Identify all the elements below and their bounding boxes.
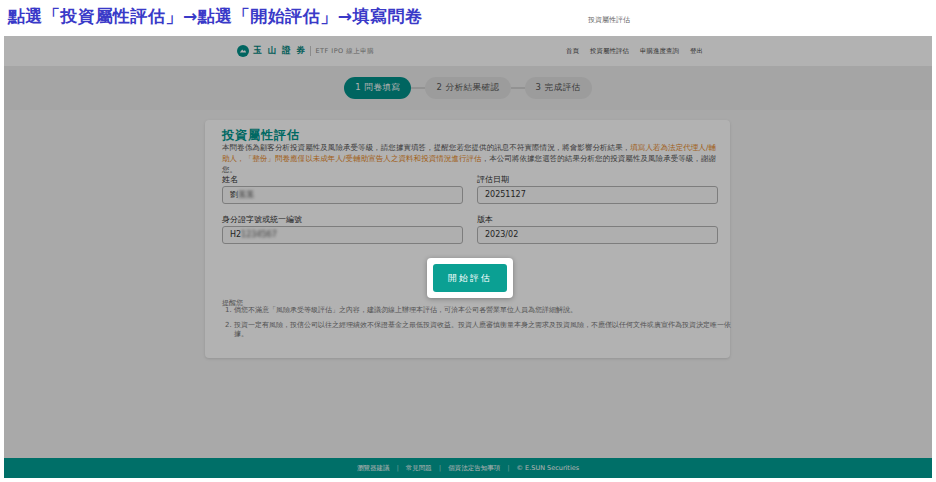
assessment-card: 投資屬性評估 本問卷係為顧客分析投資屬性及風險承受等級，請您據實填答，提醒您若您… <box>205 120 730 358</box>
app-window: 玉 山 證 券 ETF IPO 線上申購 首頁 投資屬性評估 申購進度查詢 登出… <box>4 36 932 478</box>
app-footer: 瀏覽器建議 ｜ 常見問題 ｜ 個資法定告知事項 ｜ © E.SUN Securi… <box>4 458 932 478</box>
tutorial-highlight-ring: 開始評估 <box>427 258 513 298</box>
note-item: 投資一定有風險，投信公司以往之經理績效不保證基金之最低投資收益。投資人應審慎衡量… <box>234 321 734 339</box>
nav-investment-profile-assessment[interactable]: 投資屬性評估 <box>590 47 629 56</box>
nav-home[interactable]: 首頁 <box>566 47 579 56</box>
version-field[interactable]: 2023/02 <box>477 226 718 244</box>
version-value: 2023/02 <box>485 230 518 239</box>
assessment-date-label: 評估日期 <box>477 174 509 185</box>
step-2-result-confirmation: 2 分析結果確認 <box>425 77 510 99</box>
tutorial-instruction-text: 點選「投資屬性評估」→點選「開始評估」→填寫問卷 <box>8 5 423 28</box>
id-value-masked: 1234567 <box>241 230 277 239</box>
footer-faq[interactable]: 常見問題 <box>406 464 432 473</box>
footer-copyright: © E.SUN Securities <box>517 464 580 472</box>
nav-logout[interactable]: 登出 <box>690 47 703 56</box>
id-number-label: 身分證字號或統一編號 <box>222 214 302 225</box>
step-connector <box>411 87 425 89</box>
id-value-clear: H2 <box>230 230 241 239</box>
footer-separator: ｜ <box>394 464 400 473</box>
progress-stepper: 1 問卷填寫 2 分析結果確認 3 完成評估 <box>4 66 932 110</box>
step-3-complete: 3 完成評估 <box>525 77 592 99</box>
product-title: ETF IPO 線上申購 <box>315 47 374 56</box>
notes-list: 倘您不滿意「風險承受等級評估」之內容，建議勿線上辦理本評估，可洽本公司各營業單位… <box>222 306 734 345</box>
card-description: 本問卷係為顧客分析投資屬性及風險承受等級，請您據實填答，提醒您若您提供的訊息不符… <box>222 142 716 175</box>
name-field[interactable]: 劉某某 <box>222 186 463 204</box>
app-header: 玉 山 證 券 ETF IPO 線上申購 首頁 投資屬性評估 申購進度查詢 登出 <box>4 36 932 66</box>
header-nav: 首頁 投資屬性評估 申購進度查詢 登出 <box>566 36 703 66</box>
brand-logo[interactable]: 玉 山 證 券 ETF IPO 線上申購 <box>237 36 374 66</box>
version-label: 版本 <box>477 214 493 225</box>
mountain-icon <box>237 45 249 57</box>
note-item: 倘您不滿意「風險承受等級評估」之內容，建議勿線上辦理本評估，可洽本公司各營業單位… <box>234 306 734 315</box>
description-segment: 本問卷係為顧客分析投資屬性及風險承受等級，請您據實填答，提醒您若您提供的訊息不符… <box>222 143 630 152</box>
footer-separator: ｜ <box>437 464 443 473</box>
assessment-date-field[interactable]: 20251127 <box>477 186 718 204</box>
start-evaluation-button[interactable]: 開始評估 <box>433 264 507 292</box>
footer-personal-data-notice[interactable]: 個資法定告知事項 <box>448 464 500 473</box>
step-1-questionnaire: 1 問卷填寫 <box>344 77 411 99</box>
id-number-field[interactable]: H21234567 <box>222 226 463 244</box>
name-value-masked: 某某 <box>238 190 254 199</box>
name-value-clear: 劉 <box>230 190 238 199</box>
page-caption: 投資屬性評估 <box>588 15 630 25</box>
brand-divider <box>310 46 311 56</box>
brand-name: 玉 山 證 券 <box>253 45 306 57</box>
step-connector <box>511 87 525 89</box>
nav-subscription-progress[interactable]: 申購進度查詢 <box>640 47 679 56</box>
name-label: 姓名 <box>222 174 238 185</box>
footer-browser-recommendation[interactable]: 瀏覽器建議 <box>357 464 390 473</box>
assessment-date-value: 20251127 <box>485 190 526 199</box>
stepper-steps: 1 問卷填寫 2 分析結果確認 3 完成評估 <box>344 77 591 99</box>
footer-separator: ｜ <box>505 464 511 473</box>
